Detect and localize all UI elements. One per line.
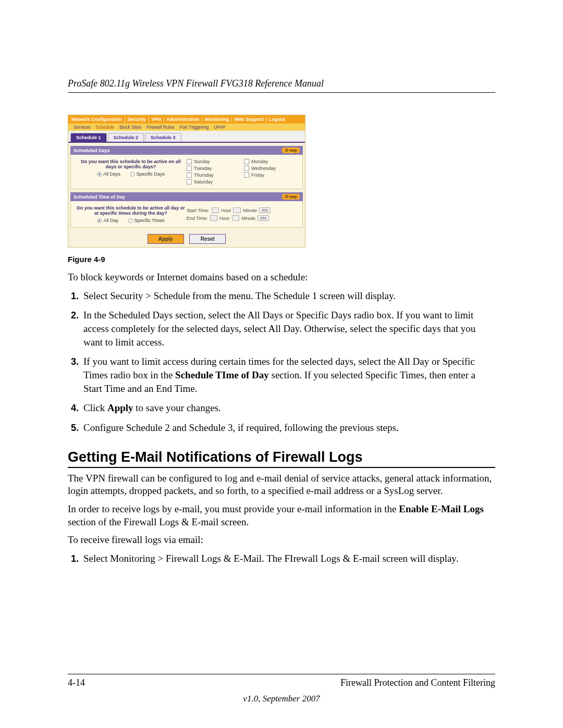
scheduled-days-body: Do you want this schedule to be active o… xyxy=(70,155,303,189)
scheduled-time-title: Scheduled Time of Day xyxy=(74,194,125,200)
days-question: Do you want this schedule to be active o… xyxy=(75,159,187,169)
all-days-radio[interactable]: All Days xyxy=(97,171,120,177)
chapter-title: Firewall Protection and Content Filterin… xyxy=(340,677,495,688)
sub-nav-bar: Services Schedule Block Sites Firewall R… xyxy=(68,124,305,131)
step-5: Configure Schedule 2 and Schedule 3, if … xyxy=(81,421,495,435)
subnav-porttrig[interactable]: Port Triggering xyxy=(179,125,209,130)
nav-item-monitoring[interactable]: Monitoring xyxy=(205,117,229,122)
tab-schedule-2[interactable]: Schedule 2 xyxy=(108,133,144,142)
step-1: Select Security > Schedule from the menu… xyxy=(81,289,495,303)
scheduled-time-header: Scheduled Time of Day ② help xyxy=(70,192,303,201)
version-line: v1.0, September 2007 xyxy=(0,694,563,704)
chk-saturday[interactable]: Saturday xyxy=(187,179,241,184)
email-para-2: In order to receive logs by e-mail, you … xyxy=(68,503,495,528)
page-footer: 4-14 Firewall Protection and Content Fil… xyxy=(68,674,495,688)
main-nav-bar: Network Configuration| Security| VPN| Ad… xyxy=(68,115,305,124)
specific-times-radio[interactable]: Specific Times xyxy=(128,218,165,223)
tab-schedule-3[interactable]: Schedule 3 xyxy=(145,133,181,142)
steps-list: Select Security > Schedule from the menu… xyxy=(68,289,495,435)
email-steps-list: Select Monitoring > Firewall Logs & E-Ma… xyxy=(68,552,495,565)
schedule-tabs: Schedule 1 Schedule 2 Schedule 3 xyxy=(68,131,305,143)
reset-button[interactable]: Reset xyxy=(189,234,226,244)
schedule-screenshot: Network Configuration| Security| VPN| Ad… xyxy=(68,115,305,248)
specific-days-radio[interactable]: Specific Days xyxy=(130,171,165,177)
tab-schedule-1[interactable]: Schedule 1 xyxy=(70,133,107,142)
time-question: Do you want this schedule to be active a… xyxy=(75,205,187,216)
chk-monday[interactable]: Monday xyxy=(244,159,298,164)
nav-item-websupport[interactable]: Web Support xyxy=(235,117,264,122)
ui-body: Scheduled Days ② help Do you want this s… xyxy=(68,143,305,231)
chk-friday[interactable]: Friday xyxy=(244,172,298,178)
scheduled-time-body: Do you want this schedule to be active a… xyxy=(70,201,303,228)
all-day-radio[interactable]: All Day xyxy=(97,218,118,223)
figure-caption: Figure 4-9 xyxy=(68,255,495,264)
nav-item-logout[interactable]: Logout xyxy=(269,117,285,122)
chk-tuesday[interactable]: Tuesday xyxy=(187,166,241,171)
help-link-days[interactable]: ② help xyxy=(282,147,300,153)
nav-item-vpn[interactable]: VPN xyxy=(151,117,161,122)
email-para-1: The VPN firewall can be configured to lo… xyxy=(68,472,495,498)
chk-thursday[interactable]: Thursday xyxy=(187,172,241,178)
nav-item-security[interactable]: Security xyxy=(127,117,146,122)
end-time-label: End Time: xyxy=(187,216,208,221)
nav-item-admin[interactable]: Administration xyxy=(166,117,200,122)
subnav-blocksites[interactable]: Block Sites xyxy=(119,125,141,130)
subnav-schedule[interactable]: Schedule xyxy=(96,125,114,130)
running-header: ProSafe 802.11g Wireless VPN Firewall FV… xyxy=(68,78,495,93)
start-ampm-select[interactable]: AM xyxy=(259,207,271,213)
apply-button[interactable]: Apply xyxy=(148,234,184,244)
email-step-1: Select Monitoring > Firewall Logs & E-Ma… xyxy=(81,552,495,565)
end-hour-select[interactable] xyxy=(210,215,217,221)
intro-paragraph: To block keywords or Internet domains ba… xyxy=(68,271,495,284)
start-minute-select[interactable] xyxy=(233,207,240,213)
running-header-text: ProSafe 802.11g Wireless VPN Firewall FV… xyxy=(68,78,324,89)
section-heading-email: Getting E-Mail Notifications of Firewall… xyxy=(68,449,495,468)
manual-page: ProSafe 802.11g Wireless VPN Firewall FV… xyxy=(0,0,563,728)
email-para-3: To receive firewall logs via email: xyxy=(68,534,495,547)
chk-sunday[interactable]: Sunday xyxy=(187,159,241,164)
help-link-time[interactable]: ② help xyxy=(282,194,300,200)
button-row: Apply Reset xyxy=(68,231,305,247)
nav-item-network[interactable]: Network Configuration xyxy=(71,117,122,122)
step-2: In the Scheduled Days section, select th… xyxy=(81,309,495,349)
end-ampm-select[interactable]: AM xyxy=(258,215,269,221)
subnav-services[interactable]: Services xyxy=(74,125,91,130)
subnav-firewall[interactable]: Firewall Rules xyxy=(146,125,174,130)
start-hour-select[interactable] xyxy=(212,207,219,213)
page-content: Network Configuration| Security| VPN| Ad… xyxy=(68,115,495,572)
step-4: Click Apply to save your changes. xyxy=(81,401,495,415)
chk-wednesday[interactable]: Wednesday xyxy=(244,166,298,171)
end-minute-select[interactable] xyxy=(232,215,239,221)
subnav-upnp[interactable]: UPnP xyxy=(214,125,225,130)
step-3: If you want to limit access during certa… xyxy=(81,355,495,395)
start-time-label: Start Time: xyxy=(187,208,210,213)
scheduled-days-title: Scheduled Days xyxy=(74,148,110,153)
page-number: 4-14 xyxy=(68,677,85,688)
scheduled-days-header: Scheduled Days ② help xyxy=(70,146,303,155)
